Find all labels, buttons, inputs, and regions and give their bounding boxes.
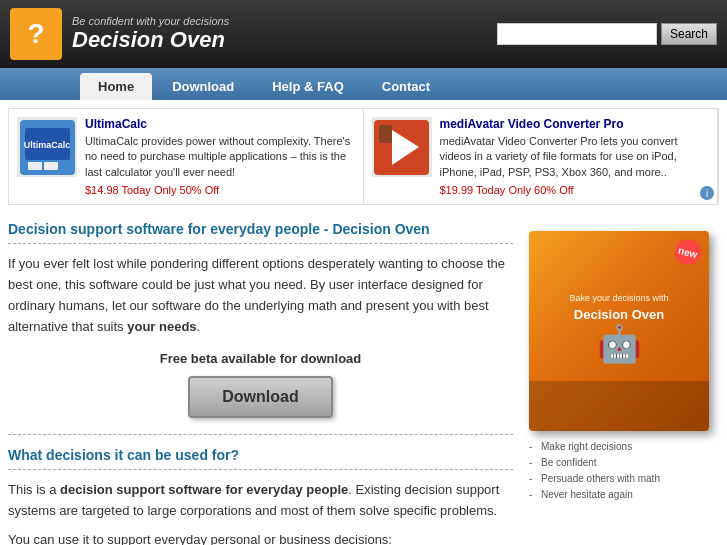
ad-desc-1: UltimaCalc provides power without comple… [85,134,355,180]
product-feature-3: Persuade others with math [529,471,714,487]
nav-contact[interactable]: Contact [364,73,448,100]
ad-image-2 [372,117,432,177]
product-mascot-icon: 🤖 [597,323,642,365]
free-beta-label: Free beta available for download [8,351,513,366]
product-box-image: Bake your decisions with Decision Oven n… [529,231,709,431]
header-title: Decision Oven [72,27,229,53]
svg-rect-4 [44,162,58,170]
ad-item-1: UltimaCalc UltimaCalc UltimaCalc provide… [9,109,364,204]
sidebar: Bake your decisions with Decision Oven n… [529,221,719,545]
intro-text-end: . [197,319,201,334]
content-area: Decision support software for everyday p… [8,221,529,545]
product-feature-1: Make right decisions [529,439,714,455]
ad-banner: UltimaCalc UltimaCalc UltimaCalc provide… [8,108,719,205]
main-section-heading: Decision support software for everyday p… [8,221,513,244]
svg-text:UltimaCalc: UltimaCalc [23,140,70,150]
what-desc-start: This is a [8,482,60,497]
intro-bold: your needs [127,319,196,334]
search-input[interactable] [497,23,657,45]
use-cases-label: You can use it to support everyday perso… [8,532,513,545]
section-divider-1 [8,434,513,435]
ad-title-2[interactable]: mediAvatar Video Converter Pro [440,117,710,131]
what-description: This is a decision support software for … [8,480,513,522]
header-search: Search [497,23,717,45]
svg-rect-7 [379,125,392,143]
nav-help-faq[interactable]: Help & FAQ [254,73,362,100]
nav-download[interactable]: Download [154,73,252,100]
product-box: Bake your decisions with Decision Oven n… [529,231,714,503]
product-features-list: Make right decisions Be confident Persua… [529,439,714,503]
ad-item-2: mediAvatar Video Converter Pro mediAvata… [364,109,719,204]
svg-rect-3 [28,162,42,170]
product-bake-label: Bake your decisions with [569,293,668,303]
download-section: Free beta available for download Downloa… [8,351,513,418]
ad-content-2: mediAvatar Video Converter Pro mediAvata… [440,117,710,196]
ad-image-1: UltimaCalc [17,117,77,177]
search-button[interactable]: Search [661,23,717,45]
ad-price-1: $14.98 Today Only 50% Off [85,184,355,196]
what-section: What decisions it can be used for? This … [8,447,513,545]
product-new-badge: new [672,236,704,268]
intro-text-start: If you ever felt lost while pondering di… [8,256,505,333]
navbar: Home Download Help & FAQ Contact [0,68,727,100]
ad-price-2: $19.99 Today Only 60% Off [440,184,710,196]
main-content: Decision support software for everyday p… [0,213,727,545]
ad-desc-2: mediAvatar Video Converter Pro lets you … [440,134,710,180]
header: ? Be confident with your decisions Decis… [0,0,727,68]
logo-icon: ? [10,8,62,60]
download-button[interactable]: Download [188,376,332,418]
header-text: Be confident with your decisions Decisio… [72,15,229,53]
nav-home[interactable]: Home [80,73,152,100]
ad-title-1[interactable]: UltimaCalc [85,117,355,131]
what-desc-bold: decision support software for everyday p… [60,482,348,497]
product-feature-2: Be confident [529,455,714,471]
intro-paragraph: If you ever felt lost while pondering di… [8,254,513,337]
what-section-heading: What decisions it can be used for? [8,447,513,470]
ad-content-1: UltimaCalc UltimaCalc provides power wit… [85,117,355,196]
header-tagline: Be confident with your decisions [72,15,229,27]
product-feature-4: Never hesitate again [529,487,714,503]
product-box-title: Decision Oven [574,307,664,323]
